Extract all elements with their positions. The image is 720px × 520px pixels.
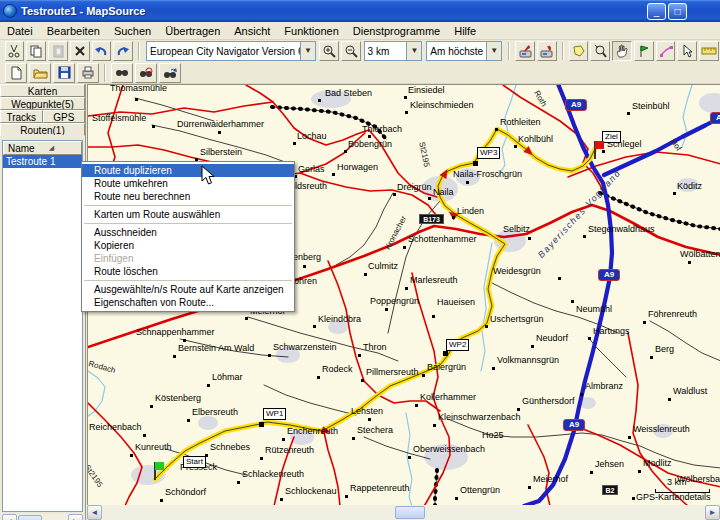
waypoint-label[interactable]: Start <box>183 456 206 468</box>
minimize-button[interactable]: _ <box>647 3 666 20</box>
open-folder-button[interactable] <box>29 63 51 83</box>
waypoint-flag-tool[interactable] <box>634 41 654 61</box>
chevron-down-icon[interactable]: ▼ <box>486 42 501 60</box>
route-list-item[interactable]: Testroute 1 <box>3 155 82 168</box>
context-menu-item[interactable]: Route neu berechnen <box>82 190 294 203</box>
find-button[interactable] <box>111 63 133 83</box>
tab-karten[interactable]: Karten <box>0 84 85 97</box>
redo-icon[interactable] <box>113 41 133 61</box>
route-tool[interactable] <box>656 41 676 61</box>
scroll-right-icon[interactable]: ► <box>705 505 720 520</box>
map-town-dot <box>385 308 388 311</box>
pan-hand-tool[interactable] <box>612 41 632 61</box>
route-flag-icon[interactable] <box>154 462 166 480</box>
map-product-dropdown[interactable]: European City Navigator Version 6 ▼ <box>146 41 316 61</box>
map-town-dot <box>673 192 676 195</box>
map-select-tool[interactable] <box>569 41 589 61</box>
map-town-label: Ottengrün <box>460 485 500 495</box>
chevron-down-icon[interactable]: ▼ <box>406 42 421 60</box>
context-menu-item[interactable]: Ausgewählte/n/s Route auf Karte anzeigen <box>82 283 294 296</box>
map-town-dot <box>643 321 646 324</box>
menu-item-datei[interactable]: Datei <box>0 23 40 39</box>
new-document-button[interactable] <box>5 63 27 83</box>
zoom-out-button[interactable] <box>341 41 361 61</box>
map-town-label: Schlockenau <box>285 486 337 496</box>
route-list-header[interactable]: Name ◢ <box>3 141 82 155</box>
receive-from-device-button[interactable] <box>537 41 557 61</box>
sidebar-horizontal-scrollbar[interactable]: ◄ ► <box>2 514 83 520</box>
scroll-right-icon[interactable]: ► <box>68 514 83 520</box>
zoom-in-button[interactable] <box>319 41 339 61</box>
cut-button[interactable] <box>5 41 25 61</box>
menu-item-suchen[interactable]: Suchen <box>107 23 158 39</box>
paste-button[interactable] <box>48 41 68 61</box>
map-town-label: Kleindöbra <box>318 314 361 324</box>
measure-ruler-tool[interactable] <box>699 41 719 61</box>
map-town-label: Löhmar <box>212 372 243 382</box>
save-button[interactable] <box>53 63 75 83</box>
map-town-dot <box>492 367 495 370</box>
map-town-dot <box>415 404 418 407</box>
waypoint-marker[interactable] <box>443 351 448 356</box>
map-scale-dropdown[interactable]: 3 km ▼ <box>364 41 423 61</box>
copy-button[interactable] <box>26 41 46 61</box>
maximize-button[interactable]: □ <box>668 3 687 20</box>
context-menu-item[interactable]: Route umkehren <box>82 177 294 190</box>
menu-item-bearbeiten[interactable]: Bearbeiten <box>40 23 107 39</box>
context-menu-item[interactable]: Karten um Route auswählen <box>82 208 294 221</box>
tab-tracks[interactable]: Tracks <box>0 110 43 123</box>
detail-level-dropdown[interactable]: Am höchste ▼ <box>426 41 502 61</box>
toolbar-main: European City Navigator Version 6 ▼ 3 km… <box>0 40 720 62</box>
menu-item-übertragen[interactable]: Übertragen <box>158 23 227 39</box>
menu-separator <box>84 280 292 281</box>
waypoint-marker[interactable] <box>259 422 264 427</box>
context-menu-item[interactable]: Route duplizieren <box>82 164 294 177</box>
map-town-label: Marlesreuth <box>410 275 458 285</box>
bundesstrasse-shield: B2 <box>602 485 618 495</box>
route-context-menu: Route duplizierenRoute umkehrenRoute neu… <box>81 161 295 312</box>
tab-wegpunkte[interactable]: Wegpunkte(5) <box>0 97 85 110</box>
find-nearest-button[interactable] <box>135 63 157 83</box>
find-next-button[interactable] <box>159 63 181 83</box>
map-town-dot <box>280 498 283 501</box>
waypoint-label[interactable]: WP3 <box>477 147 500 159</box>
map-town-label: Modlitz <box>643 458 672 468</box>
chevron-down-icon[interactable]: ▼ <box>300 42 315 60</box>
waypoint-label[interactable]: WP1 <box>263 408 286 420</box>
print-button[interactable] <box>77 63 99 83</box>
context-menu-item[interactable]: Kopieren <box>82 239 294 252</box>
menu-item-funktionen[interactable]: Funktionen <box>277 23 345 39</box>
delete-button[interactable] <box>70 41 90 61</box>
tab-gps[interactable]: GPS <box>43 110 86 123</box>
map-town-label: Pillmersreuth <box>366 367 419 377</box>
menu-item-dienstprogramme[interactable]: Dienstprogramme <box>346 23 447 39</box>
map-town-dot <box>583 235 586 238</box>
map-town-label: Elbersreuth <box>192 407 238 417</box>
scroll-left-icon[interactable]: ◄ <box>2 514 17 520</box>
map-town-label: Stechera <box>357 425 393 435</box>
selection-arrow-tool[interactable] <box>677 41 697 61</box>
scroll-left-icon[interactable]: ◄ <box>87 505 102 520</box>
map-horizontal-scrollbar[interactable]: ◄ ► <box>87 505 720 520</box>
map-town-dot <box>393 193 396 196</box>
menu-item-ansicht[interactable]: Ansicht <box>227 23 277 39</box>
map-town-label: Horwagen <box>337 162 378 172</box>
zoom-tool[interactable] <box>590 41 610 61</box>
waypoint-label[interactable]: WP2 <box>446 339 469 351</box>
map-town-label: Silberstein <box>200 147 242 157</box>
undo-icon[interactable] <box>92 41 112 61</box>
route-flag-icon[interactable] <box>594 141 606 159</box>
map-town-dot <box>345 495 348 498</box>
context-menu-item[interactable]: Route löschen <box>82 265 294 278</box>
context-menu-item[interactable]: Ausschneiden <box>82 226 294 239</box>
scrollbar-thumb[interactable] <box>395 506 425 519</box>
waypoint-marker[interactable] <box>473 161 478 166</box>
map-town-dot <box>364 273 367 276</box>
menu-item-hilfe[interactable]: Hilfe <box>447 23 483 39</box>
map-town-dot <box>207 384 210 387</box>
scrollbar-thumb[interactable] <box>18 515 42 520</box>
context-menu-item[interactable]: Eigenschaften von Route... <box>82 296 294 309</box>
map-town-label: Rodeck <box>322 364 353 374</box>
send-to-device-button[interactable] <box>515 41 535 61</box>
tab-routen[interactable]: Routen(1) <box>0 123 85 136</box>
